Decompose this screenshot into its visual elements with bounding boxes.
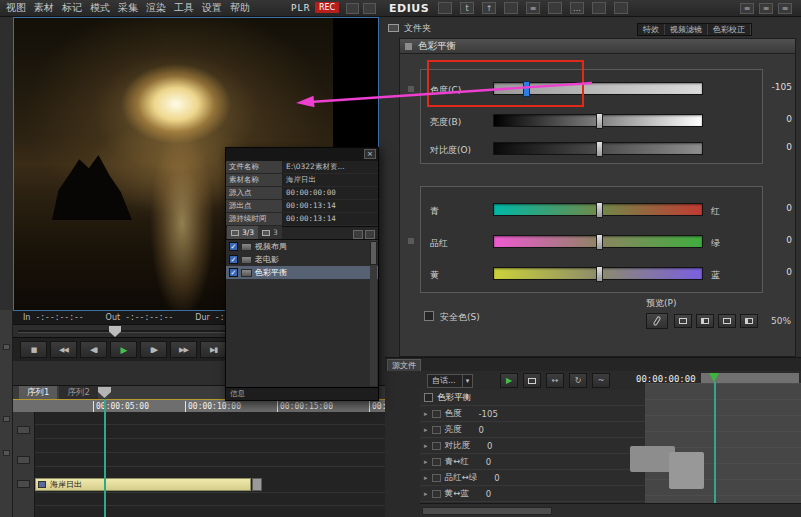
keyframe-param-row[interactable]: ▸ 品红↔绿 0 (420, 470, 645, 486)
keyframe-scrollbar[interactable] (420, 503, 801, 517)
shuttle-handle[interactable] (109, 326, 121, 337)
layout-panes-icon[interactable]: ≡ (778, 3, 792, 14)
text-tool-icon[interactable]: t (460, 2, 474, 14)
effect-list-item[interactable]: ✓ 老电影 (226, 253, 378, 266)
toolbar-dot-icon[interactable] (3, 344, 10, 350)
keyframe-preset-dropdown[interactable]: 自话... ▾ (427, 374, 473, 388)
scrollbar-thumb[interactable] (370, 241, 377, 265)
timeline-playhead[interactable] (104, 399, 106, 517)
magenta-green-slider[interactable] (493, 235, 703, 248)
keyframe-param-row[interactable]: ▸ 青↔红 0 (420, 454, 645, 470)
chevron-right-icon[interactable]: ▸ (424, 426, 428, 434)
effect-expand-marker[interactable] (408, 86, 414, 92)
next-edit-button[interactable]: ▶▮ (200, 341, 227, 358)
keyframe-loop-button[interactable]: ↻ (569, 373, 587, 388)
more-options-icon[interactable]: … (570, 2, 584, 14)
list-view-icon[interactable] (365, 230, 375, 239)
import-icon[interactable]: ↑ (482, 2, 496, 14)
tab-effect-count[interactable]: 3/3 (227, 226, 258, 239)
chroma-slider[interactable] (493, 82, 703, 95)
magenta-green-slider-handle[interactable] (596, 234, 603, 250)
dropdown-icon[interactable] (363, 3, 376, 14)
paperclip-button[interactable] (646, 313, 668, 329)
layout-grid-icon[interactable]: ≡ (759, 3, 773, 14)
effect-checkbox[interactable]: ✓ (229, 242, 238, 251)
frame-back-button[interactable]: ◀▮ (80, 341, 107, 358)
chroma-slider-handle[interactable] (523, 81, 530, 97)
stop-button[interactable]: ■ (20, 341, 47, 358)
group-checkbox[interactable] (424, 393, 433, 402)
dialog-header[interactable]: 色彩平衡 (400, 39, 795, 54)
contrast-slider[interactable] (493, 142, 703, 155)
track-button[interactable] (17, 456, 30, 464)
chevron-right-icon[interactable]: ▸ (424, 442, 428, 450)
menu-mode[interactable]: 模式 (86, 0, 114, 16)
tab-color-correction[interactable]: 色彩校正 (708, 24, 751, 35)
preview-layout-1-button[interactable] (674, 314, 692, 328)
menu-capture[interactable]: 采集 (114, 0, 142, 16)
track-button[interactable] (17, 426, 30, 434)
frame-forward-button[interactable]: ▮▶ (140, 341, 167, 358)
info-scrollbar[interactable] (370, 240, 377, 386)
chevron-right-icon[interactable]: ▸ (424, 410, 428, 418)
keyframe-param-row[interactable]: ▸ 黄↔蓝 0 (420, 486, 645, 502)
keyframe-playhead[interactable] (714, 382, 716, 517)
menu-view[interactable]: 视图 (2, 0, 30, 16)
scrollbar-thumb[interactable] (422, 507, 552, 515)
menu-settings[interactable]: 设置 (198, 0, 226, 16)
keyframe-param-row[interactable]: ▸ 对比度 0 (420, 438, 645, 454)
tab-clip-count[interactable]: 3 (258, 226, 282, 239)
keyframe-param-row[interactable]: ▸ 色度 -105 (420, 406, 645, 422)
keyframe-group-row[interactable]: 色彩平衡 (420, 390, 645, 406)
clip-handle[interactable] (252, 478, 262, 491)
chevron-right-icon[interactable]: ▸ (424, 490, 428, 498)
settings-icon[interactable] (614, 2, 628, 14)
toolbar-dot-icon[interactable] (3, 416, 10, 422)
folder-label[interactable]: 文件夹 (404, 22, 431, 35)
monitor-mode-icon[interactable] (346, 3, 359, 14)
luminance-slider-handle[interactable] (596, 113, 603, 129)
tab-video-filters[interactable]: 视频滤镜 (665, 24, 708, 35)
effect-checkbox[interactable]: ✓ (229, 255, 238, 264)
track-button[interactable] (17, 480, 30, 488)
fast-forward-button[interactable]: ▶▶ (170, 341, 197, 358)
tab-effects[interactable]: 特效 (638, 24, 665, 35)
effect-expand-marker[interactable] (408, 238, 414, 244)
close-icon[interactable]: × (364, 149, 376, 159)
panel-titlebar[interactable]: × (226, 148, 378, 161)
toolbar-dot-icon[interactable] (3, 450, 10, 456)
effect-list-item-selected[interactable]: ✓ 色彩平衡 (226, 266, 378, 279)
cyan-red-slider[interactable] (493, 203, 703, 216)
keyframe-param-row[interactable]: ▸ 亮度 0 (420, 422, 645, 438)
safe-color-checkbox[interactable] (424, 311, 434, 321)
effect-list-item[interactable]: ✓ 视频布局 (226, 240, 378, 253)
keyframe-swap-button[interactable]: ↔ (546, 373, 564, 388)
search-icon[interactable] (592, 2, 606, 14)
menu-tools[interactable]: 工具 (170, 0, 198, 16)
thumbnail-view-icon[interactable] (548, 2, 562, 14)
menu-clip[interactable]: 素材 (30, 0, 58, 16)
add-clip-icon[interactable] (504, 2, 518, 14)
cyan-red-slider-handle[interactable] (596, 202, 603, 218)
yellow-blue-slider-handle[interactable] (596, 266, 603, 282)
menu-help[interactable]: 帮助 (226, 0, 254, 16)
keyframe-monitor-button[interactable] (523, 373, 541, 388)
yellow-blue-slider[interactable] (493, 267, 703, 280)
play-button[interactable]: ▶ (110, 341, 137, 358)
effect-checkbox[interactable]: ✓ (229, 268, 238, 277)
tab-sequence-2[interactable]: 序列2 (59, 386, 97, 399)
layout-list-icon[interactable]: ≡ (740, 3, 754, 14)
list-view-icon[interactable]: ≡ (526, 2, 540, 14)
luminance-slider[interactable] (493, 114, 703, 127)
tab-sequence-1[interactable]: 序列1 (19, 386, 57, 399)
grid-view-icon[interactable] (353, 230, 363, 239)
keyframe-play-button[interactable]: ▶ (500, 373, 518, 388)
new-folder-icon[interactable] (438, 2, 452, 14)
chevron-right-icon[interactable]: ▸ (424, 474, 428, 482)
menu-marker[interactable]: 标记 (58, 0, 86, 16)
rewind-button[interactable]: ◀◀ (50, 341, 77, 358)
preview-layout-4-button[interactable] (740, 314, 758, 328)
menu-render[interactable]: 渲染 (142, 0, 170, 16)
contrast-slider-handle[interactable] (596, 141, 603, 157)
preview-layout-2-button[interactable] (696, 314, 714, 328)
